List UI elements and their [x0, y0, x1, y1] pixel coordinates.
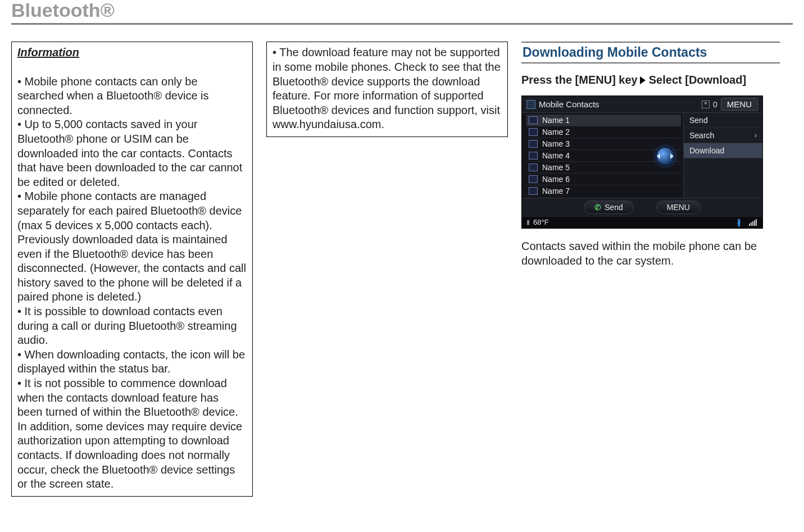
download-icon — [702, 101, 710, 108]
list-item[interactable]: Name 1 — [526, 115, 681, 126]
list-item[interactable]: Name 7 — [526, 185, 681, 197]
instruction-line: Press the [MENU] key Select [Download] — [521, 74, 746, 87]
bluetooth-device-icon — [526, 100, 535, 109]
contact-card-icon — [529, 187, 538, 195]
contact-card-icon — [529, 128, 538, 136]
dial-knob[interactable] — [656, 147, 675, 166]
soft-key-label: MENU — [667, 203, 690, 212]
contact-name: Name 3 — [542, 139, 570, 148]
soft-key-send[interactable]: ✆ Send — [584, 201, 634, 214]
list-item[interactable]: Name 6 — [526, 173, 681, 185]
contact-count: 0 — [713, 100, 717, 109]
knob-icon — [656, 147, 675, 166]
column-3: Downloading Mobile Contacts Press the [M… — [521, 42, 780, 268]
contact-card-icon — [529, 140, 538, 148]
contact-name: Name 7 — [542, 187, 570, 195]
infotainment-screenshot: Mobile Contacts 0 MENU Name 1 — [521, 96, 763, 229]
information-box: Information • Mobile phone contacts can … — [11, 42, 253, 496]
soft-key-bar: ✆ Send MENU — [522, 198, 762, 216]
menu-item-label: Download — [689, 146, 724, 155]
signal-icon — [749, 219, 757, 226]
contact-name: Name 4 — [542, 151, 570, 160]
information-box-2: • The download feature may not be suppor… — [266, 42, 508, 137]
menu-item-send[interactable]: Send — [684, 113, 762, 128]
chevron-right-icon: › — [755, 131, 757, 139]
contact-card-icon — [529, 175, 538, 183]
contact-name: Name 2 — [542, 128, 570, 137]
instruction-step-2: Select [Download] — [649, 74, 746, 87]
contact-card-icon — [529, 163, 538, 171]
soft-key-menu[interactable]: MENU — [656, 201, 701, 214]
contact-card-icon — [529, 116, 538, 124]
column-2: • The download feature may not be suppor… — [266, 42, 508, 137]
instruction-step-1: Press the [MENU] key — [521, 74, 638, 87]
thermometer-icon: ▮ — [526, 219, 530, 226]
screen-body: Name 1 Name 2 Name 3 Name 4 — [522, 113, 762, 198]
caption-text: Contacts saved within the mobile phone c… — [521, 239, 780, 268]
phone-icon: ✆ — [594, 203, 601, 212]
contact-card-icon — [529, 152, 538, 160]
screen-header: Mobile Contacts 0 MENU — [522, 96, 762, 113]
menu-pane: Send Search › Download — [683, 113, 762, 198]
column-1: Information • Mobile phone contacts can … — [11, 42, 253, 496]
information-body: • Mobile phone contacts can only be sear… — [17, 75, 249, 490]
menu-item-label: Search — [689, 131, 714, 140]
menu-item-download[interactable]: Download — [684, 143, 762, 158]
menu-header-pill: MENU — [721, 98, 758, 111]
contact-name: Name 5 — [542, 163, 570, 172]
soft-key-label: Send — [605, 203, 623, 212]
title-divider — [11, 23, 793, 25]
temperature-reading: 68°F — [533, 218, 549, 226]
section-heading: Downloading Mobile Contacts — [521, 42, 780, 63]
bluetooth-icon: ∦ — [737, 218, 741, 226]
contact-name: Name 1 — [542, 116, 570, 125]
screen-title: Mobile Contacts — [539, 99, 599, 109]
page-title: Bluetooth® — [11, 0, 793, 21]
menu-item-search[interactable]: Search › — [684, 128, 762, 143]
menu-item-label: Send — [689, 116, 708, 125]
contact-name: Name 6 — [542, 175, 570, 184]
status-bar: ▮ 68°F ∦ — [522, 216, 762, 228]
information-body-2: • The download feature may not be suppor… — [272, 46, 503, 130]
chevron-right-icon — [640, 76, 646, 84]
list-item[interactable]: Name 2 — [526, 126, 681, 138]
information-heading: Information — [17, 46, 247, 60]
